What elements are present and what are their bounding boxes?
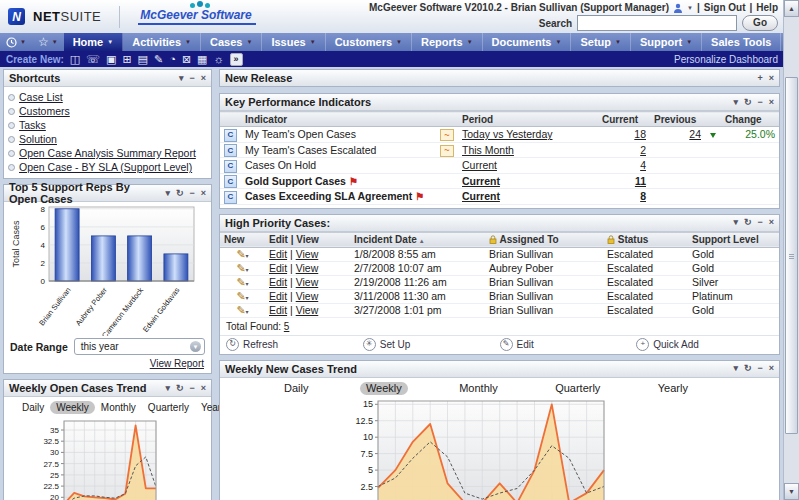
kpi-col-period[interactable]: Period — [458, 112, 598, 127]
panel-refresh-icon[interactable]: ↻ — [744, 218, 752, 227]
contact-icon[interactable]: ◫ — [70, 54, 80, 65]
kpi-current-link[interactable]: 18 — [634, 128, 646, 140]
total-found-value[interactable]: 5 — [284, 321, 290, 332]
go-button[interactable]: Go — [742, 15, 778, 31]
hpc-col-incident-date[interactable]: Incident Date▲ — [350, 232, 485, 247]
event-icon[interactable]: ⊞ — [122, 54, 131, 65]
panel-minimize-icon[interactable]: − — [757, 98, 762, 107]
shortcut-case-list[interactable]: Case List — [8, 90, 209, 104]
trend-tab-quarterly[interactable]: Quarterly — [142, 401, 195, 414]
issue-icon[interactable]: ⊠ — [182, 54, 191, 65]
set-up-button[interactable]: ✳Set Up — [363, 338, 500, 351]
panel-refresh-icon[interactable]: ↻ — [744, 98, 752, 107]
shortcut-open-case-by-sla[interactable]: Open Case - BY SLA (Support Level) — [8, 160, 209, 174]
shortcut-open-case-analysis[interactable]: Open Case Analysis Summary Report — [8, 146, 209, 160]
new-case-icon[interactable]: ✎▾ — [236, 290, 248, 302]
trend-graph-icon[interactable]: ~ — [440, 129, 454, 141]
view-case-link[interactable]: View — [296, 262, 319, 274]
kpi-period-link[interactable]: Current — [462, 190, 500, 202]
case-record-icon[interactable]: C — [224, 160, 237, 173]
new-case-icon[interactable]: ✎▾ — [236, 276, 248, 288]
edit-button[interactable]: ✎Edit — [500, 338, 637, 351]
panel-minimize-icon[interactable]: − — [189, 384, 194, 393]
kpi-period-link[interactable]: Current — [462, 175, 500, 187]
edit-case-link[interactable]: Edit — [269, 248, 287, 260]
view-case-link[interactable]: View — [296, 304, 319, 316]
user-menu-arrow-icon[interactable]: ▼ — [687, 5, 693, 11]
trend-tab-monthly[interactable]: Monthly — [453, 382, 504, 395]
task-icon[interactable]: ▣ — [106, 54, 116, 65]
panel-menu-icon[interactable]: ▾ — [733, 364, 738, 373]
kpi-current-link[interactable]: 8 — [640, 190, 646, 202]
phone-call-icon[interactable]: ☏ — [86, 54, 100, 65]
panel-menu-icon[interactable]: ▾ — [165, 189, 170, 198]
panel-menu-icon[interactable]: ▾ — [733, 98, 738, 107]
panel-close-icon[interactable]: × — [769, 364, 774, 373]
new-case-icon[interactable]: ✎▾ — [236, 304, 248, 316]
edit-case-link[interactable]: Edit — [269, 304, 287, 316]
kpi-period-link[interactable]: Current — [462, 159, 497, 171]
kpi-col-change[interactable]: Change — [721, 112, 779, 127]
edit-case-link[interactable]: Edit — [269, 276, 287, 288]
edit-case-link[interactable]: Edit — [269, 262, 287, 274]
trend-tab-quarterly[interactable]: Quarterly — [549, 382, 606, 395]
new-case-icon[interactable]: ✎▾ — [236, 248, 248, 260]
scroll-down-icon[interactable]: ▼ — [784, 483, 799, 500]
kpi-col-current[interactable]: Current — [598, 112, 650, 127]
date-range-select[interactable]: this year ▼ — [74, 338, 205, 355]
shortcut-tasks[interactable]: Tasks — [8, 118, 209, 132]
shortcut-customers[interactable]: Customers — [8, 104, 209, 118]
trend-tab-yearly[interactable]: Yearly — [652, 382, 694, 395]
kpi-period-link[interactable]: Today vs Yesterday — [462, 128, 552, 140]
tab-activities[interactable]: Activities▼ — [123, 33, 201, 51]
panel-minimize-icon[interactable]: − — [757, 218, 762, 227]
trend-tab-weekly[interactable]: Weekly — [50, 401, 95, 414]
panel-close-icon[interactable]: × — [201, 74, 206, 83]
document-icon[interactable]: ▤ — [138, 54, 148, 65]
case-record-icon[interactable]: C — [224, 144, 237, 157]
help-link[interactable]: Help — [756, 2, 778, 13]
tab-customers[interactable]: Customers▼ — [326, 33, 412, 51]
panel-refresh-icon[interactable]: ↻ — [176, 189, 184, 198]
kpi-period-link[interactable]: This Month — [462, 144, 514, 156]
trend-tab-daily[interactable]: Daily — [278, 382, 314, 395]
hpc-col-assigned-to[interactable]: Assigned To — [485, 232, 603, 247]
panel-close-icon[interactable]: × — [769, 74, 774, 83]
tab-cases[interactable]: Cases▼ — [201, 33, 262, 51]
refresh-button[interactable]: ↻Refresh — [226, 338, 363, 351]
panel-close-icon[interactable]: × — [201, 189, 206, 198]
search-input[interactable] — [577, 15, 737, 31]
kpi-col-previous[interactable]: Previous — [650, 112, 705, 127]
panel-minimize-icon[interactable]: − — [189, 189, 194, 198]
vertical-scrollbar[interactable]: ▲ ▼ — [783, 0, 799, 500]
tab-setup[interactable]: Setup▼ — [571, 33, 631, 51]
shortcut-solution[interactable]: Solution — [8, 132, 209, 146]
panel-close-icon[interactable]: × — [201, 384, 206, 393]
panel-menu-icon[interactable]: ▾ — [179, 74, 184, 83]
view-report-link[interactable]: View Report — [150, 358, 204, 369]
tab-documents[interactable]: Documents▼ — [483, 33, 572, 51]
recent-records-button[interactable]: ▼ — [0, 33, 32, 51]
edit-case-link[interactable]: Edit — [269, 290, 287, 302]
view-case-link[interactable]: View — [296, 276, 319, 288]
user-icon[interactable] — [673, 3, 683, 13]
trend-tab-weekly[interactable]: Weekly — [360, 382, 408, 395]
tab-issues[interactable]: Issues▼ — [262, 33, 325, 51]
tab-sales-tools[interactable]: Sales Tools — [702, 33, 781, 51]
kpi-col-indicator[interactable]: Indicator — [241, 112, 436, 127]
hpc-col-status[interactable]: Status — [603, 232, 688, 247]
scrollbar-thumb[interactable] — [785, 77, 798, 434]
case-record-icon[interactable]: C — [224, 175, 237, 188]
knowledge-base-icon[interactable]: ▦ — [197, 54, 207, 65]
kpi-current-link[interactable]: 2 — [640, 144, 646, 156]
trend-tab-monthly[interactable]: Monthly — [95, 401, 142, 414]
case-record-icon[interactable]: C — [224, 129, 237, 142]
new-case-icon[interactable]: ✎▾ — [236, 262, 248, 274]
view-case-link[interactable]: View — [296, 248, 319, 260]
panel-minimize-icon[interactable]: − — [757, 364, 762, 373]
tab-support[interactable]: Support▼ — [631, 33, 702, 51]
panel-close-icon[interactable]: × — [769, 218, 774, 227]
panel-refresh-icon[interactable]: ↻ — [176, 384, 184, 393]
campaign-icon[interactable]: ◔ — [169, 54, 176, 65]
case-record-icon[interactable]: C — [224, 191, 237, 204]
